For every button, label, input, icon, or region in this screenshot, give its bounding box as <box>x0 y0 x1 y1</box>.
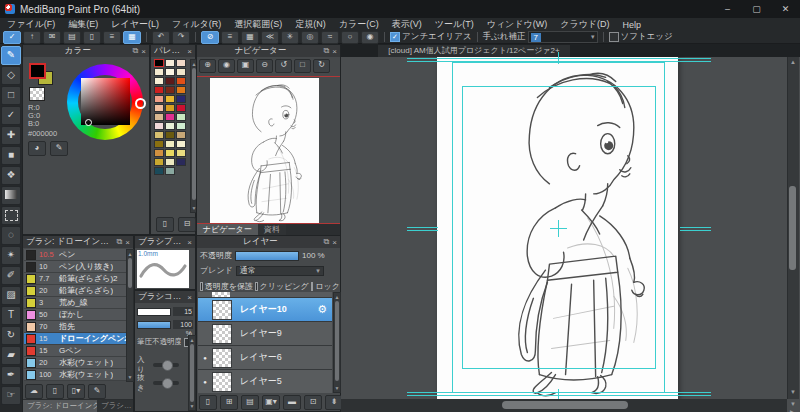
snap-grid-icon[interactable]: ▦ <box>241 31 259 44</box>
palette-swatch[interactable] <box>165 86 175 94</box>
scroll-right-icon[interactable]: ▶ <box>790 408 795 412</box>
snap-vanishing-point-icon[interactable]: ≪ <box>261 31 279 44</box>
scroll-up-icon[interactable]: ▲ <box>334 294 340 300</box>
scroll-up-icon[interactable]: ▲ <box>189 337 195 343</box>
brush-scrollbar[interactable]: ▲ ▼ <box>126 249 134 382</box>
fit-window-button[interactable]: ▣ <box>237 59 254 73</box>
shape-brush-tool[interactable]: □ <box>1 86 21 105</box>
palette-swatch[interactable] <box>176 68 186 76</box>
layer-visibility-toggle[interactable]: ● <box>198 379 212 385</box>
palette-swatch[interactable] <box>176 104 186 112</box>
list-icon[interactable]: ≡ <box>103 31 121 44</box>
color-edit-button[interactable]: ✎ <box>50 141 68 156</box>
palette-swatch[interactable] <box>176 140 186 148</box>
palette-swatch[interactable] <box>165 77 175 85</box>
close-icon[interactable]: × <box>125 238 130 247</box>
menu-item-5[interactable]: 定規(N) <box>295 18 326 31</box>
brush-row[interactable]: 50ぼかし <box>24 309 126 321</box>
brush-row[interactable]: 10.5ペン <box>24 249 126 261</box>
brush-row[interactable]: 20水彩(ウェット) <box>24 357 126 369</box>
menu-item-8[interactable]: ツール(T) <box>435 18 474 31</box>
palette-swatch[interactable] <box>154 149 164 157</box>
scroll-down-icon[interactable]: ▼ <box>189 403 195 409</box>
duplicate-layer-button[interactable]: ⊞ <box>220 395 238 410</box>
minimize-button[interactable]: – <box>713 0 742 18</box>
brush-row[interactable]: 20鉛筆(ざらざら) <box>24 285 126 297</box>
brush-row[interactable]: 70指先 <box>24 321 126 333</box>
palette-swatch[interactable] <box>176 77 186 85</box>
softedge-checkbox[interactable] <box>609 32 619 42</box>
scrollbar-thumb[interactable] <box>335 301 339 381</box>
snap-off-icon[interactable]: ⊘ <box>201 31 219 44</box>
comment-icon[interactable]: ✉ <box>43 31 61 44</box>
gradient-tool[interactable] <box>1 186 21 205</box>
layer-row[interactable]: ●レイヤー6 <box>198 346 332 370</box>
lock-checkbox[interactable] <box>311 282 314 291</box>
zoom-out-button[interactable]: ⊖ <box>256 59 273 73</box>
snap-parallel-icon[interactable]: ≡ <box>221 31 239 44</box>
stabilizer-select[interactable]: 7 ▾ <box>528 31 598 43</box>
palette-swatch[interactable] <box>165 158 175 166</box>
menu-item-11[interactable]: Help <box>623 20 642 30</box>
stroke-out-slider[interactable] <box>153 381 179 385</box>
popout-icon[interactable]: ⧉ <box>324 237 330 247</box>
blend-mode-select[interactable]: 通常 ▾ <box>236 266 324 276</box>
scroll-up-icon[interactable]: ▲ <box>790 59 796 65</box>
palette-swatch[interactable] <box>176 113 186 121</box>
brush-row[interactable]: 7.7鉛筆(ざらざら)2 <box>24 273 126 285</box>
menu-item-4[interactable]: 選択範囲(S) <box>234 18 282 31</box>
maximize-button[interactable]: ▢ <box>742 0 771 18</box>
menu-item-3[interactable]: フィルタ(R) <box>172 18 221 31</box>
brush-opacity-slider[interactable] <box>137 321 171 329</box>
palette-swatch[interactable] <box>176 59 186 67</box>
menu-item-6[interactable]: カラー(C) <box>339 18 379 31</box>
palette-swatch[interactable] <box>165 113 175 121</box>
layer-settings-gear-icon[interactable]: ⚙ <box>317 303 327 316</box>
fill-rect-tool[interactable]: ■ <box>1 146 21 165</box>
brush-size-slider[interactable] <box>137 308 171 316</box>
add-brush-menu-button[interactable]: ▯▾ <box>67 384 85 399</box>
undo-icon[interactable]: ↶ <box>152 31 170 44</box>
palette-swatch[interactable] <box>154 68 164 76</box>
dot-pen-tool[interactable]: ◇ <box>1 66 21 85</box>
close-icon[interactable]: × <box>187 238 192 247</box>
control-scrollbar[interactable]: ▲ ▼ <box>188 335 196 411</box>
canvas-area[interactable]: [cloud] AM個人試用プロジェクト/12ページァ2+ <box>341 44 800 412</box>
delete-layer-button[interactable]: ▤ <box>241 395 259 410</box>
close-icon[interactable]: × <box>332 238 337 247</box>
layer-row[interactable]: レイヤー10⚙ <box>198 298 332 322</box>
clipping-checkbox[interactable] <box>255 282 258 291</box>
copy-layer-button[interactable]: ⊡ <box>304 395 322 410</box>
brush-row[interactable]: 100水彩(ウェット) <box>24 369 126 381</box>
scrollbar-thumb[interactable] <box>789 186 796 270</box>
close-icon[interactable]: × <box>187 293 192 302</box>
palette-swatch[interactable] <box>154 131 164 139</box>
brush-row[interactable]: 15ドローイングペン2 <box>24 333 126 345</box>
snap-radial-icon[interactable]: ✳ <box>281 31 299 44</box>
menu-item-7[interactable]: 表示(V) <box>392 18 422 31</box>
brush-row[interactable]: 3荒め_線 <box>24 297 126 309</box>
hand-tool[interactable]: ☞ <box>1 386 21 405</box>
palette-swatch[interactable] <box>176 122 186 130</box>
eraser-tool[interactable]: ▰ <box>1 346 21 365</box>
lasso-tool[interactable]: ◌ <box>1 226 21 245</box>
snap-ellipse-icon[interactable]: ○ <box>341 31 359 44</box>
close-icon[interactable]: × <box>187 47 192 56</box>
close-button[interactable]: ✕ <box>771 0 800 18</box>
menu-item-10[interactable]: クラウド(D) <box>560 18 609 31</box>
scrollbar-thumb[interactable] <box>502 401 628 409</box>
add-color-button[interactable]: ▯ <box>156 217 174 232</box>
foreground-color-swatch[interactable] <box>29 63 46 79</box>
palette-swatch[interactable] <box>154 86 164 94</box>
palette-swatch[interactable] <box>165 122 175 130</box>
hue-marker[interactable] <box>135 98 146 109</box>
palette-swatch[interactable] <box>165 167 175 175</box>
palette-swatch[interactable] <box>154 140 164 148</box>
palette-swatch[interactable] <box>165 59 175 67</box>
palette-swatch[interactable] <box>154 77 164 85</box>
scrollbar-thumb[interactable] <box>128 258 132 288</box>
palette-swatch[interactable] <box>165 140 175 148</box>
scroll-up-icon[interactable]: ▲ <box>127 251 133 257</box>
select-pen-tool[interactable]: ✐ <box>1 266 21 285</box>
brush-row[interactable]: 10ペン(入り抜き) <box>24 261 126 273</box>
